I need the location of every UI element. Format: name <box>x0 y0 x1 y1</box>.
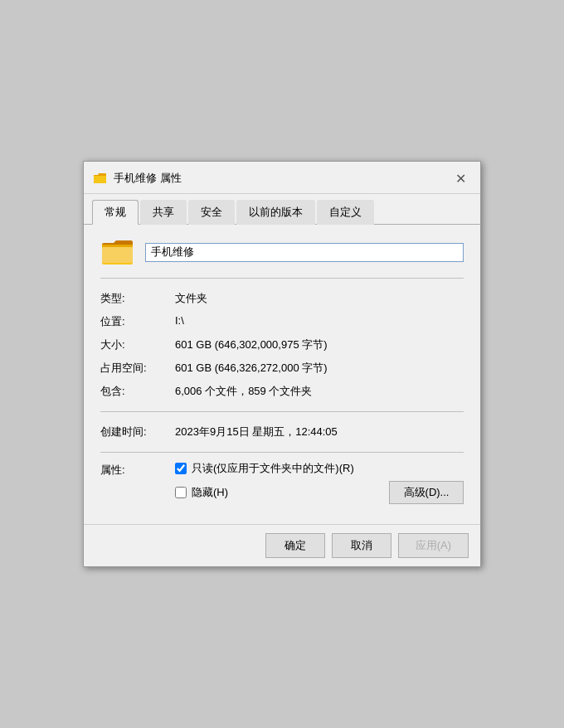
advanced-button[interactable]: 高级(D)... <box>389 481 464 504</box>
title-bar: 手机维修 属性 ✕ <box>84 162 480 194</box>
tabs-bar: 常规 共享 安全 以前的版本 自定义 <box>84 194 480 225</box>
tab-previous-versions[interactable]: 以前的版本 <box>236 200 315 225</box>
table-row: 占用空间: 601 GB (646,326,272,000 字节) <box>100 357 464 380</box>
readonly-checkbox[interactable] <box>175 463 187 474</box>
value-type: 文件夹 <box>175 287 464 310</box>
tab-share[interactable]: 共享 <box>140 200 187 225</box>
attributes-label: 属性: <box>100 461 175 478</box>
hidden-row: 隐藏(H) <box>175 485 228 500</box>
table-row: 位置: I:\ <box>100 310 464 333</box>
label-disk-size: 占用空间: <box>100 357 175 380</box>
svg-rect-2 <box>94 177 106 183</box>
table-row: 类型: 文件夹 <box>100 287 464 310</box>
folder-icon <box>100 238 134 266</box>
dialog-title: 手机维修 属性 <box>114 171 182 186</box>
apply-button[interactable]: 应用(A) <box>398 533 469 558</box>
value-disk-size: 601 GB (646,326,272,000 字节) <box>175 357 464 380</box>
tab-general[interactable]: 常规 <box>92 200 139 225</box>
label-type: 类型: <box>100 287 175 310</box>
divider-1 <box>100 278 464 279</box>
table-row: 大小: 601 GB (646,302,000,975 字节) <box>100 333 464 357</box>
value-size: 601 GB (646,302,000,975 字节) <box>175 333 464 357</box>
value-created: 2023年9月15日 星期五，12:44:05 <box>175 420 464 444</box>
svg-rect-4 <box>102 246 133 263</box>
table-row: 包含: 6,006 个文件，859 个文件夹 <box>100 380 464 403</box>
readonly-label: 只读(仅应用于文件夹中的文件)(R) <box>192 461 354 476</box>
label-contains: 包含: <box>100 380 175 403</box>
label-location: 位置: <box>100 310 175 333</box>
hidden-label: 隐藏(H) <box>192 485 228 500</box>
title-folder-icon <box>94 172 107 184</box>
table-row: 创建时间: 2023年9月15日 星期五，12:44:05 <box>100 420 464 444</box>
tab-customize[interactable]: 自定义 <box>317 200 374 225</box>
svg-rect-5 <box>102 245 133 247</box>
value-contains: 6,006 个文件，859 个文件夹 <box>175 380 464 403</box>
created-table: 创建时间: 2023年9月15日 星期五，12:44:05 <box>100 420 464 444</box>
label-created: 创建时间: <box>100 420 175 444</box>
properties-dialog: 手机维修 属性 ✕ 常规 共享 安全 以前的版本 自定义 类型: <box>83 161 481 567</box>
ok-button[interactable]: 确定 <box>265 533 325 558</box>
hidden-checkbox[interactable] <box>175 487 187 498</box>
folder-header <box>100 238 464 266</box>
folder-name-input[interactable] <box>145 243 464 262</box>
tab-content: 类型: 文件夹 位置: I:\ 大小: 601 GB (646,302,000,… <box>84 225 480 524</box>
info-table: 类型: 文件夹 位置: I:\ 大小: 601 GB (646,302,000,… <box>100 287 464 403</box>
label-size: 大小: <box>100 333 175 357</box>
attributes-row: 属性: 只读(仅应用于文件夹中的文件)(R) 隐藏(H) 高级(D)... <box>100 461 464 504</box>
bottom-bar: 确定 取消 应用(A) <box>84 524 480 566</box>
value-location: I:\ <box>175 310 464 333</box>
tab-security[interactable]: 安全 <box>188 200 235 225</box>
readonly-row: 只读(仅应用于文件夹中的文件)(R) <box>175 461 464 476</box>
divider-2 <box>100 411 464 412</box>
cancel-button[interactable]: 取消 <box>332 533 391 558</box>
title-bar-left: 手机维修 属性 <box>94 171 182 186</box>
close-button[interactable]: ✕ <box>450 168 470 188</box>
attributes-options: 只读(仅应用于文件夹中的文件)(R) 隐藏(H) 高级(D)... <box>175 461 464 504</box>
divider-3 <box>100 452 464 453</box>
